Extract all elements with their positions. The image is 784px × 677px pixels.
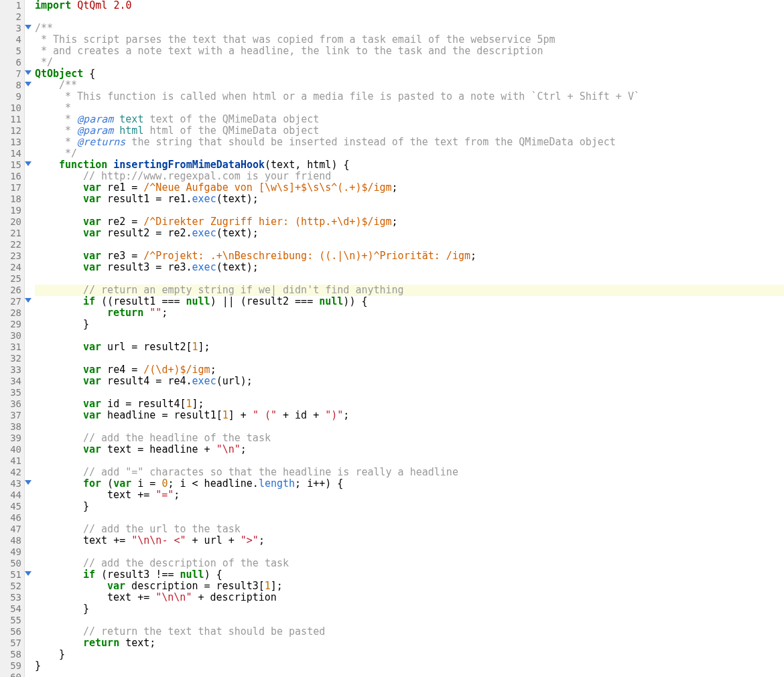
fold-cell[interactable] <box>24 398 34 410</box>
fold-arrow-icon[interactable] <box>25 480 31 485</box>
code-line[interactable]: // return the text that should be pasted <box>35 626 784 637</box>
code-line[interactable] <box>35 615 784 626</box>
code-line[interactable] <box>35 239 784 250</box>
fold-cell[interactable] <box>24 581 34 592</box>
code-line[interactable]: var result4 = re4.exec(url); <box>35 376 784 387</box>
fold-cell[interactable] <box>24 194 34 205</box>
fold-cell[interactable] <box>24 433 34 444</box>
code-line[interactable]: * and creates a note text with a headlin… <box>35 46 784 57</box>
fold-cell[interactable] <box>24 68 34 80</box>
code-line[interactable] <box>35 455 784 467</box>
fold-cell[interactable] <box>24 148 34 159</box>
fold-cell[interactable] <box>24 228 34 239</box>
code-line[interactable] <box>35 273 784 285</box>
fold-cell[interactable] <box>24 421 34 433</box>
fold-cell[interactable] <box>24 205 34 216</box>
code-line[interactable] <box>35 205 784 216</box>
code-line[interactable]: var text = headline + "\n"; <box>35 444 784 455</box>
code-line[interactable]: var result3 = re3.exec(text); <box>35 262 784 273</box>
code-line[interactable]: var url = result2[1]; <box>35 342 784 353</box>
fold-cell[interactable] <box>24 11 34 23</box>
code-line[interactable] <box>35 672 784 677</box>
fold-cell[interactable] <box>24 592 34 603</box>
code-line[interactable]: import QtQml 2.0 <box>35 0 784 11</box>
code-line[interactable]: /** <box>35 80 784 91</box>
code-area[interactable]: import QtQml 2.0/** * This script parses… <box>35 0 784 677</box>
fold-cell[interactable] <box>24 296 34 307</box>
fold-cell[interactable] <box>24 660 34 672</box>
code-line[interactable] <box>35 546 784 558</box>
fold-cell[interactable] <box>24 467 34 478</box>
code-line[interactable] <box>35 353 784 364</box>
fold-cell[interactable] <box>24 501 34 512</box>
fold-cell[interactable] <box>24 603 34 615</box>
code-line[interactable]: var re3 = /^Projekt: .+\nBeschreibung: (… <box>35 250 784 262</box>
code-line[interactable]: // add "=" charactes so that the headlin… <box>35 467 784 478</box>
fold-cell[interactable] <box>24 569 34 581</box>
fold-cell[interactable] <box>24 159 34 171</box>
code-line[interactable]: text += "\n\n- <" + url + ">"; <box>35 535 784 546</box>
fold-cell[interactable] <box>24 330 34 342</box>
code-line[interactable]: */ <box>35 57 784 68</box>
fold-cell[interactable] <box>24 478 34 490</box>
code-line[interactable]: // http://www.regexpal.com is your frien… <box>35 171 784 182</box>
code-line[interactable]: } <box>35 603 784 615</box>
fold-cell[interactable] <box>24 672 34 677</box>
code-line[interactable]: * @param html html of the QMimeData obje… <box>35 125 784 137</box>
code-line[interactable]: } <box>35 649 784 660</box>
fold-cell[interactable] <box>24 57 34 68</box>
fold-cell[interactable] <box>24 262 34 273</box>
fold-cell[interactable] <box>24 353 34 364</box>
code-line[interactable]: if ((result1 === null) || (result2 === n… <box>35 296 784 307</box>
fold-cell[interactable] <box>24 125 34 137</box>
fold-cell[interactable] <box>24 46 34 57</box>
fold-cell[interactable] <box>24 250 34 262</box>
code-line[interactable]: QtObject { <box>35 68 784 80</box>
code-line[interactable]: var re2 = /^Direkter Zugriff hier: (http… <box>35 216 784 228</box>
code-line[interactable]: if (result3 !== null) { <box>35 569 784 581</box>
fold-cell[interactable] <box>24 410 34 421</box>
code-line[interactable] <box>35 387 784 398</box>
fold-cell[interactable] <box>24 535 34 546</box>
fold-arrow-icon[interactable] <box>25 571 31 576</box>
code-line[interactable] <box>35 330 784 342</box>
code-line[interactable]: } <box>35 319 784 330</box>
fold-cell[interactable] <box>24 546 34 558</box>
code-line[interactable]: */ <box>35 148 784 159</box>
fold-cell[interactable] <box>24 649 34 660</box>
code-line[interactable]: } <box>35 660 784 672</box>
fold-cell[interactable] <box>24 307 34 319</box>
code-line[interactable]: for (var i = 0; i < headline.length; i++… <box>35 478 784 490</box>
fold-cell[interactable] <box>24 80 34 91</box>
code-line[interactable]: } <box>35 501 784 512</box>
code-line[interactable]: var re4 = /(\d+)$/igm; <box>35 364 784 376</box>
fold-cell[interactable] <box>24 171 34 182</box>
fold-cell[interactable] <box>24 23 34 34</box>
code-line[interactable]: var result2 = re2.exec(text); <box>35 228 784 239</box>
code-line[interactable]: return text; <box>35 637 784 649</box>
code-line[interactable]: * <box>35 102 784 114</box>
fold-cell[interactable] <box>24 114 34 125</box>
code-line[interactable]: /** <box>35 23 784 34</box>
code-line[interactable]: var id = result4[1]; <box>35 398 784 410</box>
fold-arrow-icon[interactable] <box>25 70 31 75</box>
code-line[interactable]: function insertingFromMimeDataHook(text,… <box>35 159 784 171</box>
fold-cell[interactable] <box>24 273 34 285</box>
code-editor[interactable]: 1234567891011121314151617181920212223242… <box>0 0 784 677</box>
code-line[interactable]: * This function is called when html or a… <box>35 91 784 102</box>
fold-cell[interactable] <box>24 102 34 114</box>
code-line[interactable]: // add the url to the task <box>35 524 784 535</box>
code-line[interactable]: var re1 = /^Neue Aufgabe von [\w\s]+$\s\… <box>35 182 784 194</box>
code-line[interactable] <box>35 11 784 23</box>
code-line[interactable]: * @param text text of the QMimeData obje… <box>35 114 784 125</box>
code-line[interactable]: // return an empty string if we| didn't … <box>35 285 784 296</box>
fold-cell[interactable] <box>24 319 34 330</box>
fold-cell[interactable] <box>24 490 34 501</box>
fold-cell[interactable] <box>24 524 34 535</box>
fold-cell[interactable] <box>24 637 34 649</box>
code-line[interactable]: text += "\n\n" + description <box>35 592 784 603</box>
code-line[interactable]: return ""; <box>35 307 784 319</box>
fold-cell[interactable] <box>24 0 34 11</box>
fold-arrow-icon[interactable] <box>25 82 31 86</box>
code-line[interactable]: * @returns the string that should be ins… <box>35 137 784 148</box>
